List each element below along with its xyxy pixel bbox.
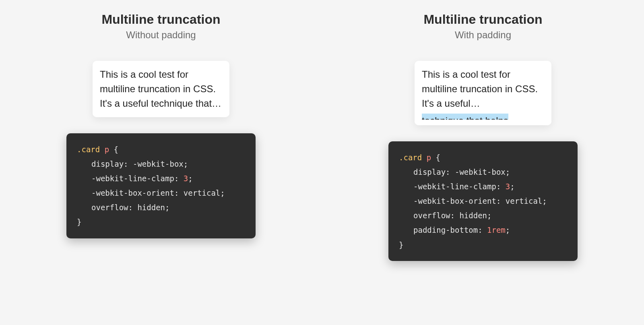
code-selector-line: .card p { bbox=[399, 150, 567, 165]
code-declaration-line: -webkit-box-orient: vertical; bbox=[399, 194, 567, 208]
card-inner-left: This is a cool test for multiline trunca… bbox=[93, 61, 229, 117]
card-inner-right: This is a cool test for multiline trunca… bbox=[415, 61, 551, 125]
card-text-left: This is a cool test for multiline trunca… bbox=[100, 67, 222, 111]
title-left: Multiline truncation bbox=[101, 12, 220, 27]
code-declaration-line: padding-bottom: 1rem; bbox=[399, 223, 567, 237]
subtitle-left: Without padding bbox=[126, 29, 196, 41]
code-declaration-line: -webkit-line-clamp: 3; bbox=[77, 171, 245, 186]
code-block-right: .card p {display: -webkit-box;-webkit-li… bbox=[388, 141, 578, 261]
code-declaration-line: display: -webkit-box; bbox=[77, 157, 245, 171]
code-declaration-line: overflow: hidden; bbox=[399, 208, 567, 223]
column-right: Multiline truncation With padding This i… bbox=[322, 12, 644, 261]
subtitle-right: With padding bbox=[455, 29, 511, 41]
card-text-right: This is a cool test for multiline trunca… bbox=[422, 67, 544, 125]
card-text-right-visible: This is a cool test for multiline trunca… bbox=[422, 69, 538, 109]
code-declaration-line: overflow: hidden; bbox=[77, 200, 245, 215]
code-declaration-line: -webkit-line-clamp: 3; bbox=[399, 179, 567, 194]
code-declaration-line: -webkit-box-orient: vertical; bbox=[77, 186, 245, 200]
code-declaration-line: display: -webkit-box; bbox=[399, 165, 567, 179]
card-right: This is a cool test for multiline trunca… bbox=[415, 61, 551, 125]
code-selector-line: .card p { bbox=[77, 142, 245, 157]
card-left: This is a cool test for multiline trunca… bbox=[93, 61, 229, 117]
code-close-line: } bbox=[399, 238, 567, 252]
code-block-left: .card p {display: -webkit-box;-webkit-li… bbox=[66, 133, 256, 238]
column-left: Multiline truncation Without padding Thi… bbox=[0, 12, 322, 238]
code-close-line: } bbox=[77, 215, 245, 229]
title-right: Multiline truncation bbox=[423, 12, 542, 27]
